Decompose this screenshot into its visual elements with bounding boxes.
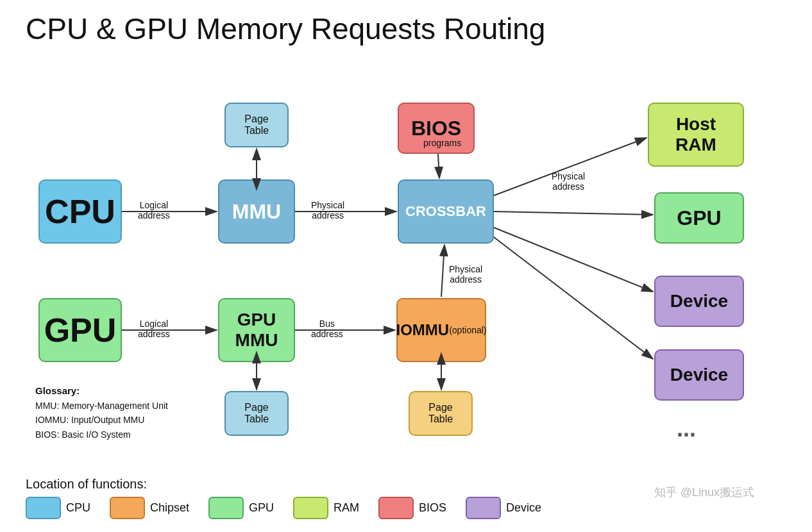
svg-line-12 <box>441 245 444 297</box>
glossary-item-iommu: IOMMU: Input/Output MMU <box>35 413 168 427</box>
legend-swatch-cpu <box>26 497 61 519</box>
label-logical-bottom: Logicaladdress <box>138 319 170 339</box>
label-physical-crossbar: Physicaladdress <box>552 171 585 192</box>
cpu-box: CPU <box>38 179 122 244</box>
legend-swatch-device <box>466 497 501 519</box>
legend-label-ram: RAM <box>334 501 359 515</box>
legend-title: Location of functions: <box>26 477 541 492</box>
label-bus-address: Busaddress <box>311 319 343 339</box>
svg-line-5 <box>438 154 439 178</box>
legend-label-gpu: GPU <box>249 501 274 515</box>
legend-item-chipset: Chipset <box>110 497 189 519</box>
page-table-bottom-mmu-box: PageTable <box>224 391 289 436</box>
label-programs: programs <box>423 138 461 148</box>
legend-label-chipset: Chipset <box>150 501 189 515</box>
glossary-title: Glossary: <box>35 383 168 399</box>
legend-items: CPU Chipset GPU RAM BIOS Device <box>26 497 541 519</box>
legend-section: Location of functions: CPU Chipset GPU R… <box>26 477 541 519</box>
device1-box: Device <box>654 276 744 327</box>
gpu-right-box: GPU <box>654 192 744 244</box>
legend-item-device: Device <box>466 497 541 519</box>
page-table-top-box: PageTable <box>224 103 289 147</box>
diagram: CPU & GPU Memory Requests Routing CPU MM… <box>0 0 812 532</box>
svg-line-7 <box>494 212 653 215</box>
label-logical-top: Logicaladdress <box>138 200 170 220</box>
mmu-box: MMU <box>218 179 295 244</box>
svg-line-9 <box>494 237 653 359</box>
legend-swatch-gpu <box>208 497 244 519</box>
legend-swatch-chipset <box>110 497 145 519</box>
label-physical-iommu: Physicaladdress <box>449 264 482 285</box>
glossary-item-bios: BIOS: Basic I/O System <box>35 428 168 442</box>
gpu-mmu-box: GPUMMU <box>218 298 295 362</box>
host-ram-box: HostRAM <box>648 103 744 167</box>
crossbar-box: CROSSBAR <box>398 179 494 244</box>
legend-item-gpu: GPU <box>208 497 274 519</box>
watermark: 知乎 @Linux搬运式 <box>654 485 754 500</box>
glossary: Glossary: MMU: Memory-Management Unit IO… <box>35 383 168 442</box>
iommu-box: IOMMU(optional) <box>396 298 486 362</box>
legend-item-cpu: CPU <box>26 497 90 519</box>
legend-item-bios: BIOS <box>378 497 446 519</box>
page-title: CPU & GPU Memory Requests Routing <box>26 12 545 46</box>
glossary-item-mmu: MMU: Memory-Management Unit <box>35 399 168 413</box>
legend-swatch-bios <box>378 497 414 519</box>
legend-label-device: Device <box>506 501 541 515</box>
gpu-left-box: GPU <box>38 298 122 362</box>
label-physical-mmu: Physicaladdress <box>311 200 344 220</box>
device2-box: Device <box>654 349 744 401</box>
legend-label-bios: BIOS <box>419 501 446 515</box>
svg-line-8 <box>494 228 653 292</box>
arrows-svg <box>0 0 812 532</box>
dots: ... <box>677 415 696 442</box>
page-table-bottom-iommu-box: PageTable <box>409 391 473 436</box>
legend-swatch-ram <box>293 497 328 519</box>
legend-item-ram: RAM <box>293 497 359 519</box>
legend-label-cpu: CPU <box>66 501 90 515</box>
